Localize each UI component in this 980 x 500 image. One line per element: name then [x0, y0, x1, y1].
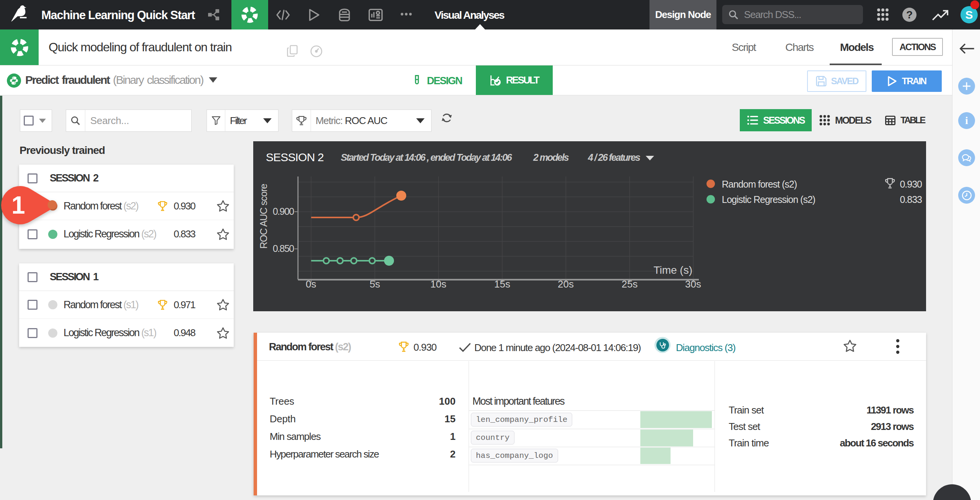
svg-text:25s: 25s: [622, 278, 638, 290]
svg-text:5s: 5s: [370, 278, 380, 290]
svg-text:10s: 10s: [430, 278, 446, 290]
svg-text:Logistic Regression (s2): Logistic Regression (s2): [722, 194, 815, 205]
svg-text:Time (s): Time (s): [653, 264, 692, 276]
svg-text:0s: 0s: [306, 278, 316, 290]
svg-text:20s: 20s: [558, 278, 574, 290]
svg-text:0.900: 0.900: [273, 206, 294, 217]
svg-text:1: 1: [11, 191, 25, 219]
svg-text:Random forest (s2): Random forest (s2): [722, 179, 797, 190]
svg-text:15s: 15s: [494, 278, 510, 290]
svg-text:0.833: 0.833: [900, 194, 922, 205]
svg-text:30s: 30s: [685, 278, 701, 290]
svg-text:0.850: 0.850: [273, 243, 294, 254]
svg-text:0.930: 0.930: [900, 179, 922, 190]
svg-text:ROC AUC score: ROC AUC score: [258, 184, 269, 248]
